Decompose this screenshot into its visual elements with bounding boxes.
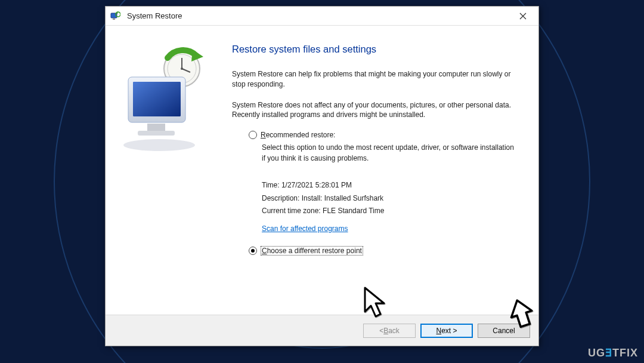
recommended-description: Select this option to undo the most rece… [249,143,518,164]
intro-paragraph-1: System Restore can help fix problems tha… [232,69,518,90]
restore-timezone: Current time zone: FLE Standard Time [262,205,518,218]
option-recommended: Recommended restore: Select this option … [249,131,518,235]
svg-rect-10 [133,82,181,116]
cancel-button[interactable]: Cancel [478,324,530,338]
titlebar: System Restore [106,7,538,26]
close-icon [519,13,527,20]
radio-different-label[interactable]: Choose a different restore point [261,246,363,256]
watermark: UGƎTFIX [588,346,638,359]
close-button[interactable] [511,8,535,24]
radio-different[interactable] [249,247,257,255]
window-title: System Restore [127,11,182,20]
svg-rect-12 [138,131,175,136]
main-content: Restore system files and settings System… [225,26,538,315]
intro-paragraph-2: System Restore does not affect any of yo… [232,100,518,121]
system-restore-window: System Restore [105,6,539,346]
option-different: Choose a different restore point [249,246,518,256]
scan-affected-link[interactable]: Scan for affected programs [262,223,348,236]
svg-rect-11 [147,124,165,131]
back-button: < Back [363,324,416,338]
restore-description: Description: Install: Installed Surfshar… [262,192,518,205]
radio-recommended[interactable] [249,131,257,139]
system-restore-icon [109,10,121,22]
radio-recommended-label[interactable]: Recommended restore: [261,131,335,139]
svg-point-6 [181,67,183,70]
wizard-footer: < Back Next > Cancel [106,315,538,346]
next-button[interactable]: Next > [420,324,473,338]
sidebar-illustration [106,26,225,315]
svg-point-13 [123,139,195,151]
page-heading: Restore system files and settings [232,44,518,55]
svg-rect-1 [113,19,115,20]
restore-time: Time: 1/27/2021 5:28:01 PM [262,179,518,192]
